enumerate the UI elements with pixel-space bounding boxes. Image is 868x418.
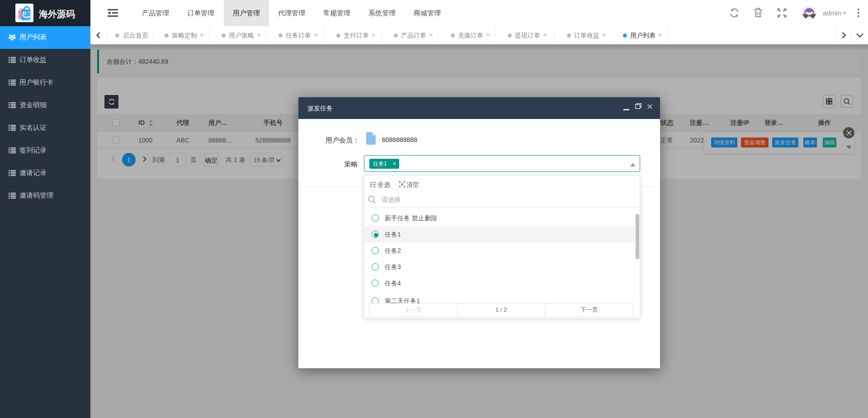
svg-text:$: $ [24,11,26,15]
